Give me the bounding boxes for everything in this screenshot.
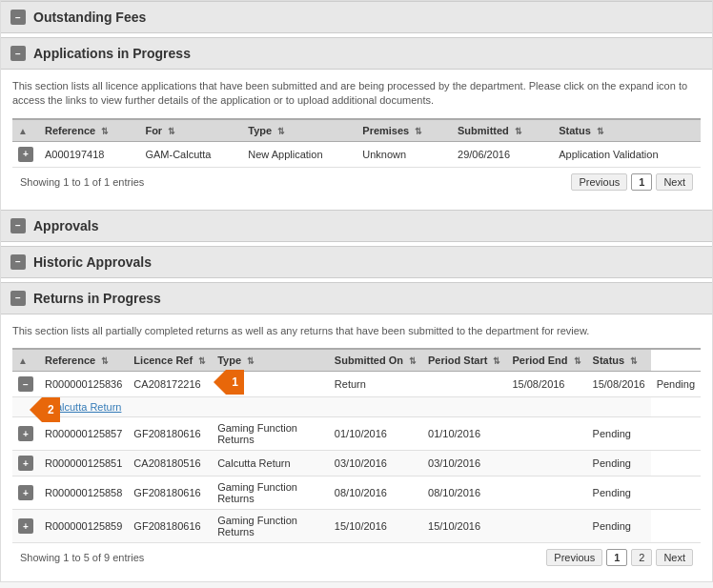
returns-body: This section lists all partially complet… (1, 314, 712, 581)
col-type-app[interactable]: Type ⇅ (242, 119, 356, 142)
returns-title: Returns in Progress (33, 291, 161, 306)
table-row: + R000000125851 CA208180516 Calcutta Ret… (12, 451, 701, 476)
cell-type-r2: Gaming Function Returns (212, 417, 329, 451)
row-expand-btn-r1[interactable]: − (18, 376, 33, 392)
sort-arrows-type: ⇅ (277, 127, 285, 136)
col-reference-ret[interactable]: Reference ⇅ (39, 349, 128, 372)
sub-link-cell: Calcutta Return 2 (39, 397, 651, 417)
cell-reference: A000197418 (39, 141, 139, 167)
row-expand-btn-r5[interactable]: + (18, 518, 33, 534)
returns-description: This section lists all partially complet… (12, 324, 701, 338)
cell-licence-r4: GF208180616 (128, 476, 212, 510)
outstanding-fees-header[interactable]: − Outstanding Fees (1, 1, 712, 33)
applications-toggle[interactable]: − (10, 46, 26, 61)
ret-prev-btn[interactable]: Previous (546, 549, 602, 566)
cell-pe-r4 (506, 476, 586, 510)
cell-type-r3: Calcutta Return (212, 451, 329, 476)
annotation-arrow-2: 2 (30, 397, 60, 422)
sort-arrows-status: ⇅ (597, 127, 604, 136)
cell-licence-r5: GF208180616 (128, 510, 212, 543)
table-row: + R000000125857 GF208180616 Gaming Funct… (12, 417, 701, 451)
approvals-header[interactable]: − Approvals (1, 210, 712, 242)
row-expand-btn-r2[interactable]: + (18, 426, 33, 441)
returns-toggle[interactable]: − (10, 291, 26, 306)
cell-reference-r4: R000000125858 (39, 476, 128, 510)
col-expand-app: ▲ (12, 119, 39, 142)
app-next-btn[interactable]: Next (656, 173, 693, 191)
col-for[interactable]: For ⇅ (139, 119, 242, 142)
cell-status-r4: Pending (587, 476, 651, 510)
sort-arrows-pe: ⇅ (574, 356, 581, 366)
cell-status: Application Validation (553, 141, 701, 167)
col-reference-app[interactable]: Reference ⇅ (39, 119, 139, 142)
page-container: − Outstanding Fees − Applications in Pro… (0, 0, 713, 582)
cell-licence-r3: CA208180516 (128, 451, 212, 476)
col-submitted[interactable]: Submitted ⇅ (452, 119, 553, 142)
cell-status-r5: Pending (587, 510, 651, 543)
outstanding-fees-toggle[interactable]: − (10, 10, 26, 25)
cell-reference-r5: R000000125859 (39, 510, 128, 543)
expand-cell-r3[interactable]: + (12, 451, 39, 476)
cell-pe-r3 (506, 451, 586, 476)
cell-ps-r3: 03/10/2016 (422, 451, 506, 476)
ret-page-1-btn[interactable]: 1 (606, 549, 627, 566)
col-expand-ret: ▲ (12, 349, 39, 372)
app-page-1-btn[interactable]: 1 (631, 173, 652, 191)
applications-page-controls: Previous 1 Next (571, 173, 693, 191)
table-row: + A000197418 GAM-Calcutta New Applicatio… (12, 141, 701, 167)
col-type-ret[interactable]: Type ⇅ (212, 349, 329, 372)
applications-showing: Showing 1 to 1 of 1 entries (20, 176, 144, 188)
cell-pe-r5 (506, 510, 586, 543)
col-submitted-on[interactable]: Submitted On ⇅ (329, 349, 422, 372)
row-expand-btn-r4[interactable]: + (18, 485, 33, 500)
cell-type-val-r1: Return (329, 372, 422, 397)
returns-header[interactable]: − Returns in Progress (1, 282, 712, 314)
sort-arrows-status-ret: ⇅ (630, 356, 638, 366)
expand-cell-r1[interactable]: − (12, 372, 39, 397)
sort-arrow-expand: ▲ (18, 126, 28, 136)
expand-cell-r4[interactable]: + (12, 476, 39, 510)
col-status-app[interactable]: Status ⇅ (553, 119, 701, 142)
sort-arrows-lic: ⇅ (198, 356, 206, 366)
row-expand-btn[interactable]: + (18, 147, 33, 162)
applications-body: This section lists all licence applicati… (1, 70, 712, 206)
sort-arrows-for: ⇅ (168, 127, 175, 136)
col-status-ret[interactable]: Status ⇅ (587, 349, 651, 372)
returns-table: ▲ Reference ⇅ Licence Ref ⇅ Type ⇅ Submi… (12, 348, 701, 543)
applications-description: This section lists all licence applicati… (12, 79, 701, 109)
applications-table-header: ▲ Reference ⇅ For ⇅ Type ⇅ Premises ⇅ Su… (12, 119, 701, 142)
app-prev-btn[interactable]: Previous (571, 173, 627, 191)
cell-premises: Unknown (356, 141, 452, 167)
cell-pe-r2 (506, 417, 586, 451)
cell-type-r4: Gaming Function Returns (212, 476, 329, 510)
applications-pagination: Showing 1 to 1 of 1 entries Previous 1 N… (12, 168, 701, 196)
expand-cell-r5[interactable]: + (12, 510, 39, 543)
col-period-start[interactable]: Period Start ⇅ (422, 349, 506, 372)
returns-page-controls: Previous 1 2 Next (546, 549, 693, 566)
col-licence-ref[interactable]: Licence Ref ⇅ (128, 349, 212, 372)
applications-header[interactable]: − Applications in Progress (1, 37, 712, 70)
cell-status-r2: Pending (587, 417, 651, 451)
sort-arrows-ps: ⇅ (493, 356, 500, 366)
sort-arrows-sub-on: ⇅ (409, 356, 417, 366)
historic-approvals-header[interactable]: − Historic Approvals (1, 246, 712, 278)
historic-approvals-toggle[interactable]: − (10, 254, 26, 270)
table-row: + R000000125858 GF208180616 Gaming Funct… (12, 476, 701, 510)
cell-licence-r2: GF208180616 (128, 417, 212, 451)
cell-for: GAM-Calcutta (139, 141, 242, 167)
table-row: − R000000125836 CA208172216 1 Return 15/… (12, 372, 701, 397)
sort-arrows-ref-ret: ⇅ (101, 356, 109, 366)
applications-title: Applications in Progress (33, 46, 191, 61)
ret-page-2-btn[interactable]: 2 (631, 549, 652, 566)
cell-submitted: 29/06/2016 (452, 141, 553, 167)
cell-submitted-r3: 03/10/2016 (329, 451, 422, 476)
cell-period-end-r1: 15/08/2016 (587, 372, 651, 397)
col-period-end[interactable]: Period End ⇅ (506, 349, 586, 372)
sort-arrows-ref: ⇅ (101, 127, 109, 136)
ret-next-btn[interactable]: Next (656, 549, 693, 566)
cell-submitted-r4: 08/10/2016 (329, 476, 422, 510)
approvals-toggle[interactable]: − (10, 218, 26, 233)
expand-cell[interactable]: + (12, 141, 39, 167)
row-expand-btn-r3[interactable]: + (18, 456, 33, 471)
col-premises[interactable]: Premises ⇅ (356, 119, 452, 142)
